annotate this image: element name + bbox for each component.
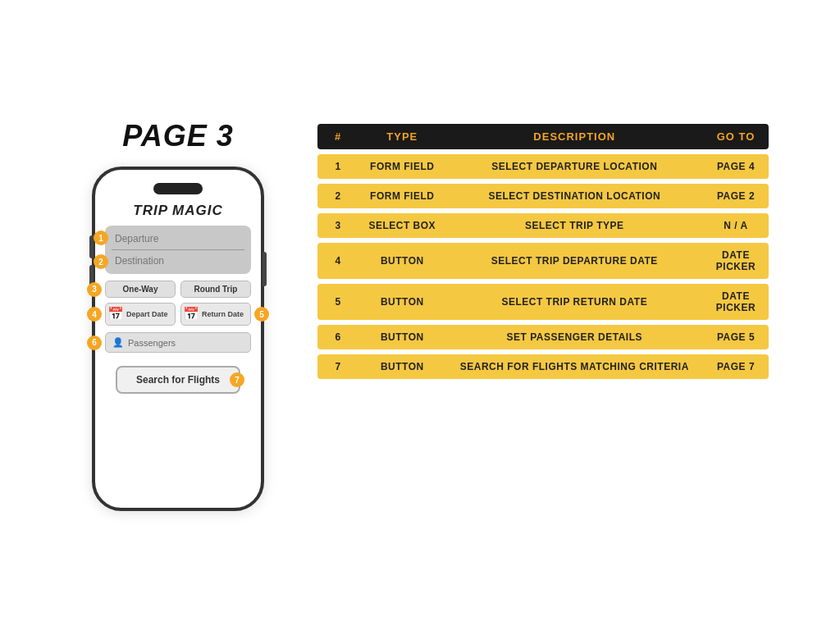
cell-num: 1 xyxy=(317,154,358,179)
calendar-icon-return: 📅 xyxy=(183,308,199,321)
departure-destination-group: 1 2 xyxy=(105,226,251,274)
cell-goto: PAGE 4 xyxy=(703,154,769,179)
cell-goto: PAGE 2 xyxy=(703,184,769,208)
col-header-description: DESCRIPTION xyxy=(446,124,703,149)
col-header-type: TYPE xyxy=(358,124,446,149)
elements-table: # TYPE DESCRIPTION GO TO 1 FORM FIELD SE… xyxy=(317,119,769,384)
cell-type: FORM FIELD xyxy=(358,154,446,179)
one-way-button[interactable]: One-Way xyxy=(105,281,176,298)
cell-type: BUTTON xyxy=(358,354,446,379)
trip-type-row: 3 One-Way Round Trip xyxy=(105,281,251,298)
label-2: 2 xyxy=(94,254,108,269)
cell-num: 5 xyxy=(317,284,358,320)
label-7: 7 xyxy=(230,372,244,387)
cell-goto: N / A xyxy=(703,213,769,238)
cell-num: 2 xyxy=(317,184,358,208)
label-6: 6 xyxy=(87,336,102,350)
departure-field-row: 1 xyxy=(112,231,244,247)
destination-field-row: 2 xyxy=(112,253,244,269)
table-row: 1 FORM FIELD SELECT DEPARTURE LOCATION P… xyxy=(317,154,769,179)
destination-input[interactable] xyxy=(112,253,244,269)
cell-type: FORM FIELD xyxy=(358,184,446,208)
col-header-goto: GO TO xyxy=(703,124,769,149)
table-row: 3 SELECT BOX SELECT TRIP TYPE N / A xyxy=(317,213,769,238)
calendar-icon-depart: 📅 xyxy=(107,308,124,321)
label-5: 5 xyxy=(254,307,269,322)
depart-date-button[interactable]: 📅 Depart Date xyxy=(105,303,176,326)
cell-description: SELECT DESTINATION LOCATION xyxy=(446,184,703,208)
cell-num: 7 xyxy=(317,354,358,379)
cell-num: 3 xyxy=(317,213,358,238)
phone-side-btn-right xyxy=(262,252,267,286)
cell-goto: PAGE 5 xyxy=(703,325,769,349)
return-date-label: Return Date xyxy=(202,310,244,319)
cell-goto: PAGE 7 xyxy=(703,354,769,379)
main-container: PAGE 3 TRIP MAGIC 1 2 xyxy=(0,94,840,536)
passengers-label: Passengers xyxy=(128,338,176,348)
cell-description: SELECT TRIP RETURN DATE xyxy=(446,284,703,320)
table-header-row: # TYPE DESCRIPTION GO TO xyxy=(317,124,769,149)
table-wrap: # TYPE DESCRIPTION GO TO 1 FORM FIELD SE… xyxy=(317,119,769,384)
cell-description: SELECT TRIP DEPARTURE DATE xyxy=(446,243,703,279)
table-row: 4 BUTTON SELECT TRIP DEPARTURE DATE DATE… xyxy=(317,243,769,279)
left-side: PAGE 3 TRIP MAGIC 1 2 xyxy=(71,119,285,511)
cell-type: BUTTON xyxy=(358,284,446,320)
table-row: 7 BUTTON SEARCH FOR FLIGHTS MATCHING CRI… xyxy=(317,354,769,379)
table-row: 5 BUTTON SELECT TRIP RETURN DATE DATE PI… xyxy=(317,284,769,320)
passengers-row: 6 👤 Passengers xyxy=(105,332,251,353)
phone-mockup: TRIP MAGIC 1 2 3 One-Way Round Tri xyxy=(92,167,264,511)
label-1: 1 xyxy=(94,231,108,245)
app-title: TRIP MAGIC xyxy=(133,203,222,219)
label-4: 4 xyxy=(87,307,102,322)
cell-description: SET PASSENGER DETAILS xyxy=(446,325,703,349)
cell-goto: DATE PICKER xyxy=(703,284,769,320)
label-3: 3 xyxy=(87,282,102,297)
cell-description: SELECT TRIP TYPE xyxy=(446,213,703,238)
departure-input[interactable] xyxy=(112,231,244,247)
round-trip-button[interactable]: Round Trip xyxy=(180,281,251,298)
passengers-button[interactable]: 👤 Passengers xyxy=(105,332,251,353)
cell-description: SEARCH FOR FLIGHTS MATCHING CRITERIA xyxy=(446,354,703,379)
field-divider xyxy=(112,249,244,250)
cell-type: SELECT BOX xyxy=(358,213,446,238)
cell-goto: DATE PICKER xyxy=(703,243,769,279)
cell-type: BUTTON xyxy=(358,243,446,279)
cell-num: 4 xyxy=(317,243,358,279)
cell-description: SELECT DEPARTURE LOCATION xyxy=(446,154,703,179)
page-title: PAGE 3 xyxy=(122,119,233,153)
cell-num: 6 xyxy=(317,325,358,349)
depart-date-label: Depart Date xyxy=(126,310,168,319)
table-row: 2 FORM FIELD SELECT DESTINATION LOCATION… xyxy=(317,184,769,208)
cell-type: BUTTON xyxy=(358,325,446,349)
table-row: 6 BUTTON SET PASSENGER DETAILS PAGE 5 xyxy=(317,325,769,349)
phone-notch xyxy=(153,183,203,194)
search-flights-button[interactable]: Search for Flights xyxy=(116,366,240,394)
date-row: 4 📅 Depart Date 5 📅 Return Date xyxy=(105,303,251,326)
return-date-button[interactable]: 📅 Return Date xyxy=(180,303,251,326)
right-side: # TYPE DESCRIPTION GO TO 1 FORM FIELD SE… xyxy=(317,119,769,384)
passenger-icon: 👤 xyxy=(112,337,124,348)
col-header-num: # xyxy=(317,124,358,149)
search-btn-container: Search for Flights 7 xyxy=(105,366,251,394)
